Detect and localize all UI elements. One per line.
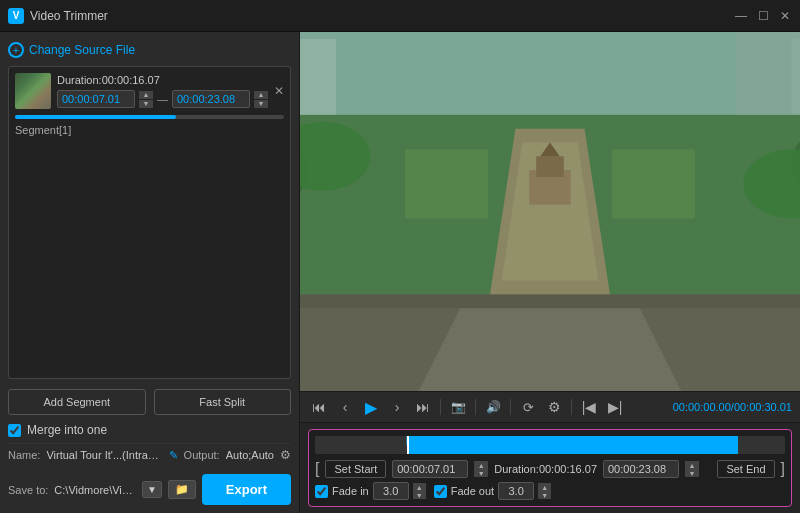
- next-frame-button[interactable]: ›: [386, 396, 408, 418]
- trim-controls: ⚑ [ Set Start ▲ ▼ Duration:00:00:16.07: [308, 429, 792, 507]
- separator-3: [510, 399, 511, 415]
- fast-split-button[interactable]: Fast Split: [154, 389, 292, 415]
- time-separator: —: [157, 93, 168, 105]
- start-time-down[interactable]: ▼: [139, 100, 153, 108]
- edit-icon[interactable]: ✎: [169, 449, 178, 462]
- name-row: Name: Virtual Tour It'...(Intramuros).mp…: [8, 443, 291, 466]
- segment-info: Duration:00:00:16.07 ▲ ▼ — ▲ ▼: [57, 74, 268, 108]
- start-time-up[interactable]: ▲: [139, 91, 153, 99]
- fade-in-item: Fade in ▲ ▼: [315, 482, 426, 500]
- fade-in-input[interactable]: [373, 482, 409, 500]
- snapshot-button[interactable]: 📷: [447, 396, 469, 418]
- trim-end-spinner: ▲ ▼: [685, 461, 699, 477]
- bottom-controls: Add Segment Fast Split Merge into one: [8, 385, 291, 437]
- output-label: Output:: [184, 449, 220, 461]
- segment-header: Duration:00:00:16.07 ▲ ▼ — ▲ ▼: [15, 73, 284, 109]
- fade-out-down[interactable]: ▼: [538, 491, 551, 499]
- title-bar: V Video Trimmer — ☐ ✕: [0, 0, 800, 32]
- next-marker-button[interactable]: ▶|: [604, 396, 626, 418]
- close-button[interactable]: ✕: [778, 9, 792, 23]
- gear-icon[interactable]: ⚙: [280, 448, 291, 462]
- svg-rect-19: [612, 149, 695, 218]
- segment-container: Duration:00:00:16.07 ▲ ▼ — ▲ ▼: [8, 66, 291, 379]
- maximize-button[interactable]: ☐: [756, 9, 770, 23]
- progress-bar: [15, 115, 284, 119]
- separator-4: [571, 399, 572, 415]
- timeline-fill: [409, 436, 738, 454]
- right-bracket: ]: [781, 460, 785, 478]
- start-time-input[interactable]: [57, 90, 135, 108]
- timeline-area: ⚑ [ Set Start ▲ ▼ Duration:00:00:16.07: [300, 422, 800, 513]
- trim-duration-text: Duration:00:00:16.07: [494, 463, 597, 475]
- trim-end-up[interactable]: ▲: [685, 461, 699, 469]
- next-segment-button[interactable]: ⏭: [412, 396, 434, 418]
- app-title: Video Trimmer: [30, 9, 728, 23]
- add-segment-button[interactable]: Add Segment: [8, 389, 146, 415]
- segment-label: Segment[1]: [15, 124, 71, 136]
- file-name-value: Virtual Tour It'...(Intramuros).mp4: [46, 449, 162, 461]
- svg-rect-18: [405, 149, 488, 218]
- video-preview: [300, 32, 800, 391]
- play-button[interactable]: ▶: [360, 396, 382, 418]
- fade-out-up[interactable]: ▲: [538, 483, 551, 491]
- action-buttons: Add Segment Fast Split: [8, 389, 291, 415]
- fade-row: Fade in ▲ ▼ Fade out ▲ ▼: [315, 482, 785, 500]
- separator-2: [475, 399, 476, 415]
- set-start-button[interactable]: Set Start: [325, 460, 386, 478]
- timeline-track[interactable]: ⚑: [315, 436, 785, 454]
- fade-out-item: Fade out ▲ ▼: [434, 482, 551, 500]
- loop-button[interactable]: ⟳: [517, 396, 539, 418]
- trim-start-spinner: ▲ ▼: [474, 461, 488, 477]
- prev-marker-button[interactable]: |◀: [578, 396, 600, 418]
- set-end-button[interactable]: Set End: [717, 460, 774, 478]
- left-panel: + Change Source File Duration:00:00:16.0…: [0, 32, 300, 513]
- segment-thumbnail: [15, 73, 51, 109]
- fade-in-up[interactable]: ▲: [413, 483, 426, 491]
- duration-text: Duration:00:00:16.07: [57, 74, 268, 86]
- change-source-button[interactable]: + Change Source File: [8, 40, 291, 60]
- fade-in-checkbox[interactable]: [315, 485, 328, 498]
- save-folder-button[interactable]: 📁: [168, 480, 196, 499]
- trim-end-down[interactable]: ▼: [685, 469, 699, 477]
- close-segment-button[interactable]: ✕: [274, 84, 284, 98]
- svg-marker-22: [419, 308, 681, 391]
- end-time-up[interactable]: ▲: [254, 91, 268, 99]
- merge-row: Merge into one: [8, 423, 291, 437]
- trim-start-input[interactable]: [392, 460, 468, 478]
- timecode-display: 00:00:00.00/00:00:30.01: [673, 401, 792, 413]
- transport-bar: ⏮ ‹ ▶ › ⏭ 📷 🔊 ⟳ ⚙ |◀ ▶| 00:00:00.00/00:0…: [300, 391, 800, 422]
- prev-frame-button[interactable]: ‹: [334, 396, 356, 418]
- name-label: Name:: [8, 449, 40, 461]
- video-scene: [300, 32, 800, 391]
- end-time-down[interactable]: ▼: [254, 100, 268, 108]
- save-row: Save to: C:\Vidmore\Vidmore Video Conver…: [8, 470, 291, 505]
- plus-icon: +: [8, 42, 24, 58]
- volume-button[interactable]: 🔊: [482, 396, 504, 418]
- save-to-label: Save to:: [8, 484, 48, 496]
- separator-1: [440, 399, 441, 415]
- merge-checkbox[interactable]: [8, 424, 21, 437]
- video-frame: [300, 32, 800, 391]
- fade-in-spinner: ▲ ▼: [413, 483, 426, 499]
- merge-label: Merge into one: [27, 423, 107, 437]
- timeline-flag: [407, 436, 409, 454]
- fade-out-input[interactable]: [498, 482, 534, 500]
- app-icon: V: [8, 8, 24, 24]
- trim-start-up[interactable]: ▲: [474, 461, 488, 469]
- fade-out-checkbox[interactable]: [434, 485, 447, 498]
- fade-out-label: Fade out: [451, 485, 494, 497]
- trim-end-input[interactable]: [603, 460, 679, 478]
- fade-in-label: Fade in: [332, 485, 369, 497]
- main-layout: + Change Source File Duration:00:00:16.0…: [0, 32, 800, 513]
- end-time-input[interactable]: [172, 90, 250, 108]
- window-controls: — ☐ ✕: [734, 9, 792, 23]
- export-button[interactable]: Export: [202, 474, 291, 505]
- save-path-dropdown[interactable]: ▼: [142, 481, 162, 498]
- fade-in-down[interactable]: ▼: [413, 491, 426, 499]
- prev-segment-button[interactable]: ⏮: [308, 396, 330, 418]
- trim-start-down[interactable]: ▼: [474, 469, 488, 477]
- left-bracket: [: [315, 460, 319, 478]
- minimize-button[interactable]: —: [734, 9, 748, 23]
- save-path-value: C:\Vidmore\Vidmore Video Converter\Trimm…: [54, 484, 136, 496]
- settings-button[interactable]: ⚙: [543, 396, 565, 418]
